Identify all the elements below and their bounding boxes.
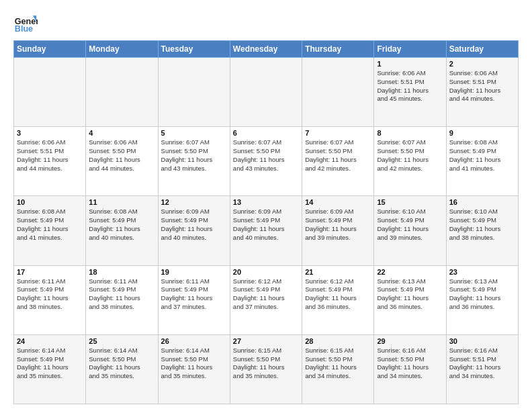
weekday-header: Monday: [86, 41, 158, 58]
day-info: Sunrise: 6:10 AM Sunset: 5:49 PM Dayligh…: [449, 208, 515, 242]
calendar-week-row: 3Sunrise: 6:06 AM Sunset: 5:51 PM Daylig…: [14, 127, 519, 196]
calendar-cell: 19Sunrise: 6:11 AM Sunset: 5:49 PM Dayli…: [158, 265, 230, 334]
calendar-cell: [158, 58, 230, 127]
day-number: 5: [161, 129, 227, 137]
day-info: Sunrise: 6:12 AM Sunset: 5:49 PM Dayligh…: [305, 277, 371, 312]
calendar-cell: 27Sunrise: 6:15 AM Sunset: 5:50 PM Dayli…: [230, 334, 302, 404]
calendar-cell: 16Sunrise: 6:10 AM Sunset: 5:49 PM Dayli…: [446, 196, 518, 265]
day-info: Sunrise: 6:07 AM Sunset: 5:50 PM Dayligh…: [233, 138, 299, 173]
day-number: 28: [305, 337, 371, 345]
day-info: Sunrise: 6:09 AM Sunset: 5:49 PM Dayligh…: [161, 208, 227, 242]
day-info: Sunrise: 6:07 AM Sunset: 5:50 PM Dayligh…: [161, 138, 227, 173]
day-number: 18: [89, 268, 154, 276]
day-info: Sunrise: 6:09 AM Sunset: 5:49 PM Dayligh…: [305, 208, 371, 242]
calendar-cell: 22Sunrise: 6:13 AM Sunset: 5:49 PM Dayli…: [374, 265, 446, 334]
day-info: Sunrise: 6:07 AM Sunset: 5:50 PM Dayligh…: [305, 138, 371, 173]
day-info: Sunrise: 6:06 AM Sunset: 5:51 PM Dayligh…: [17, 138, 83, 173]
calendar-cell: 24Sunrise: 6:14 AM Sunset: 5:49 PM Dayli…: [14, 334, 86, 404]
weekday-header: Sunday: [14, 41, 86, 58]
calendar-cell: 28Sunrise: 6:15 AM Sunset: 5:50 PM Dayli…: [302, 334, 374, 404]
calendar-cell: 21Sunrise: 6:12 AM Sunset: 5:49 PM Dayli…: [302, 265, 374, 334]
day-number: 14: [305, 198, 371, 206]
day-info: Sunrise: 6:16 AM Sunset: 5:50 PM Dayligh…: [377, 347, 443, 381]
calendar-cell: 9Sunrise: 6:08 AM Sunset: 5:49 PM Daylig…: [446, 127, 518, 196]
day-number: 25: [89, 337, 154, 345]
calendar-cell: 20Sunrise: 6:12 AM Sunset: 5:49 PM Dayli…: [230, 265, 302, 334]
day-number: 30: [449, 337, 515, 345]
day-number: 21: [305, 268, 371, 276]
day-info: Sunrise: 6:11 AM Sunset: 5:49 PM Dayligh…: [89, 277, 154, 312]
day-info: Sunrise: 6:08 AM Sunset: 5:49 PM Dayligh…: [89, 208, 154, 242]
day-number: 6: [233, 129, 299, 137]
day-number: 1: [377, 60, 443, 68]
day-info: Sunrise: 6:09 AM Sunset: 5:49 PM Dayligh…: [233, 208, 299, 242]
day-number: 29: [377, 337, 443, 345]
day-number: 20: [233, 268, 299, 276]
day-info: Sunrise: 6:08 AM Sunset: 5:49 PM Dayligh…: [17, 208, 83, 242]
header: General Blue: [13, 11, 519, 35]
calendar-cell: 1Sunrise: 6:06 AM Sunset: 5:51 PM Daylig…: [374, 58, 446, 127]
calendar-cell: 26Sunrise: 6:14 AM Sunset: 5:50 PM Dayli…: [158, 334, 230, 404]
day-number: 24: [17, 337, 83, 345]
day-number: 26: [161, 337, 227, 345]
calendar-cell: [302, 58, 374, 127]
calendar-cell: [86, 58, 158, 127]
calendar-cell: 12Sunrise: 6:09 AM Sunset: 5:49 PM Dayli…: [158, 196, 230, 265]
calendar-week-row: 24Sunrise: 6:14 AM Sunset: 5:49 PM Dayli…: [14, 334, 519, 404]
calendar-cell: 10Sunrise: 6:08 AM Sunset: 5:49 PM Dayli…: [14, 196, 86, 265]
page: General Blue SundayMondayTuesdayWednesda…: [0, 0, 532, 411]
day-number: 8: [377, 129, 443, 137]
calendar-cell: 18Sunrise: 6:11 AM Sunset: 5:49 PM Dayli…: [86, 265, 158, 334]
day-info: Sunrise: 6:14 AM Sunset: 5:50 PM Dayligh…: [161, 347, 227, 381]
day-number: 4: [89, 129, 154, 137]
day-number: 3: [17, 129, 83, 137]
day-number: 27: [233, 337, 299, 345]
calendar-cell: [14, 58, 86, 127]
day-number: 23: [449, 268, 515, 276]
day-info: Sunrise: 6:06 AM Sunset: 5:51 PM Dayligh…: [449, 69, 515, 103]
calendar-cell: 6Sunrise: 6:07 AM Sunset: 5:50 PM Daylig…: [230, 127, 302, 196]
day-info: Sunrise: 6:08 AM Sunset: 5:49 PM Dayligh…: [449, 138, 515, 173]
day-number: 13: [233, 198, 299, 206]
day-info: Sunrise: 6:11 AM Sunset: 5:49 PM Dayligh…: [161, 277, 227, 312]
logo-icon: General Blue: [13, 11, 38, 35]
calendar-cell: 4Sunrise: 6:06 AM Sunset: 5:50 PM Daylig…: [86, 127, 158, 196]
calendar-cell: 8Sunrise: 6:07 AM Sunset: 5:50 PM Daylig…: [374, 127, 446, 196]
calendar-cell: 7Sunrise: 6:07 AM Sunset: 5:50 PM Daylig…: [302, 127, 374, 196]
day-number: 12: [161, 198, 227, 206]
day-number: 9: [449, 129, 515, 137]
calendar-cell: 3Sunrise: 6:06 AM Sunset: 5:51 PM Daylig…: [14, 127, 86, 196]
day-number: 7: [305, 129, 371, 137]
day-number: 16: [449, 198, 515, 206]
calendar-cell: 14Sunrise: 6:09 AM Sunset: 5:49 PM Dayli…: [302, 196, 374, 265]
day-info: Sunrise: 6:16 AM Sunset: 5:51 PM Dayligh…: [449, 347, 515, 381]
day-info: Sunrise: 6:07 AM Sunset: 5:50 PM Dayligh…: [377, 138, 443, 173]
day-number: 11: [89, 198, 154, 206]
calendar-cell: 17Sunrise: 6:11 AM Sunset: 5:49 PM Dayli…: [14, 265, 86, 334]
calendar-header-row: SundayMondayTuesdayWednesdayThursdayFrid…: [14, 41, 519, 58]
svg-text:Blue: Blue: [15, 24, 33, 34]
weekday-header: Thursday: [302, 41, 374, 58]
day-number: 15: [377, 198, 443, 206]
day-info: Sunrise: 6:06 AM Sunset: 5:50 PM Dayligh…: [89, 138, 154, 173]
day-info: Sunrise: 6:13 AM Sunset: 5:49 PM Dayligh…: [449, 277, 515, 312]
day-info: Sunrise: 6:13 AM Sunset: 5:49 PM Dayligh…: [377, 277, 443, 312]
day-number: 10: [17, 198, 83, 206]
calendar-cell: 13Sunrise: 6:09 AM Sunset: 5:49 PM Dayli…: [230, 196, 302, 265]
day-info: Sunrise: 6:06 AM Sunset: 5:51 PM Dayligh…: [377, 69, 443, 103]
calendar-cell: 11Sunrise: 6:08 AM Sunset: 5:49 PM Dayli…: [86, 196, 158, 265]
calendar-cell: 23Sunrise: 6:13 AM Sunset: 5:49 PM Dayli…: [446, 265, 518, 334]
calendar-week-row: 17Sunrise: 6:11 AM Sunset: 5:49 PM Dayli…: [14, 265, 519, 334]
day-info: Sunrise: 6:10 AM Sunset: 5:49 PM Dayligh…: [377, 208, 443, 242]
weekday-header: Friday: [374, 41, 446, 58]
weekday-header: Tuesday: [158, 41, 230, 58]
day-number: 17: [17, 268, 83, 276]
calendar-cell: 25Sunrise: 6:14 AM Sunset: 5:50 PM Dayli…: [86, 334, 158, 404]
calendar-week-row: 1Sunrise: 6:06 AM Sunset: 5:51 PM Daylig…: [14, 58, 519, 127]
weekday-header: Wednesday: [230, 41, 302, 58]
day-info: Sunrise: 6:14 AM Sunset: 5:49 PM Dayligh…: [17, 347, 83, 381]
day-info: Sunrise: 6:14 AM Sunset: 5:50 PM Dayligh…: [89, 347, 154, 381]
calendar-cell: 29Sunrise: 6:16 AM Sunset: 5:50 PM Dayli…: [374, 334, 446, 404]
calendar-cell: 2Sunrise: 6:06 AM Sunset: 5:51 PM Daylig…: [446, 58, 518, 127]
day-info: Sunrise: 6:15 AM Sunset: 5:50 PM Dayligh…: [233, 347, 299, 381]
